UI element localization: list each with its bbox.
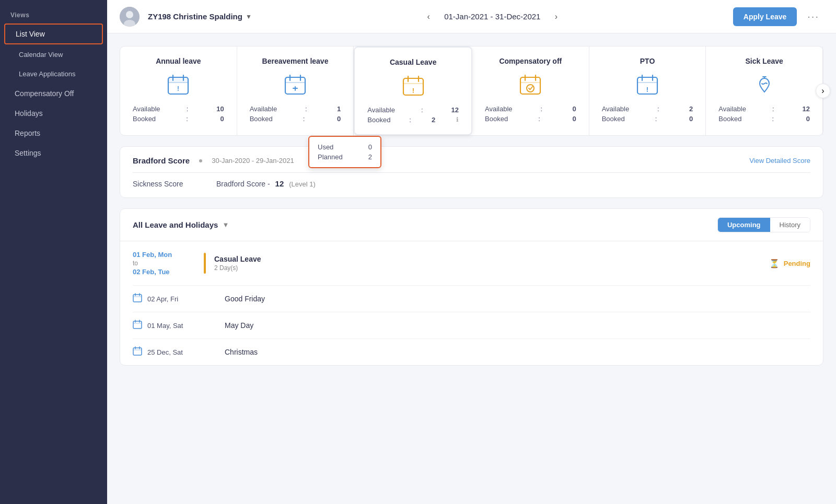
bereavement-leave-icon [282, 72, 309, 99]
leave-entry-bar [204, 253, 206, 274]
leave-card-annual: Annual leave ! Available : [120, 46, 237, 135]
leave-date-to: 02 Feb, Tue [133, 268, 170, 276]
booked-label: Booked [133, 115, 156, 123]
leave-card-pto: PTO ! Available : 2 [589, 46, 706, 135]
sidebar-views-label: Views [0, 0, 107, 23]
leave-entry-date: 01 Feb, Mon to 02 Feb, Tue [133, 251, 195, 276]
tooltip-used-label: Used [318, 143, 333, 151]
status-badge: Pending [784, 260, 810, 267]
sidebar-item-list-view[interactable]: List View [4, 24, 103, 44]
sidebar-item-reports[interactable]: Reports [4, 124, 103, 143]
leave-entry-status: ⏳ Pending [769, 259, 810, 268]
casual-available-value: 12 [451, 106, 459, 114]
tooltip-used-row: Used 0 [318, 142, 372, 152]
svg-point-1 [126, 11, 133, 18]
bradford-level: (Level 1) [289, 180, 316, 188]
holiday-name-christmas: Christmas [225, 348, 810, 356]
annual-available-value: 10 [216, 105, 224, 113]
sidebar-item-calendar-view[interactable]: Calendar View [4, 45, 103, 64]
leave-list-section: All Leave and Holidays ▼ Upcoming Histor… [120, 208, 823, 366]
leave-card-casual: Casual Leave ! Available : 12 [354, 46, 472, 135]
sidebar-item-settings[interactable]: Settings [4, 144, 103, 162]
leave-list-title[interactable]: All Leave and Holidays ▼ [133, 220, 229, 229]
leave-card-bereavement: Bereavement leave Available : [237, 46, 354, 135]
sidebar-item-leave-applications[interactable]: Leave Applications [4, 65, 103, 83]
apply-leave-button[interactable]: Apply Leave [733, 7, 797, 26]
dot-separator [199, 159, 202, 162]
leave-cards-container: Annual leave ! Available : [120, 46, 823, 136]
holiday-name-good-friday: Good Friday [225, 295, 810, 303]
tab-history[interactable]: History [770, 218, 810, 232]
sidebar-item-list-view-label: List View [16, 30, 45, 38]
svg-rect-36 [133, 321, 142, 329]
content-area: Annual leave ! Available : [107, 33, 836, 504]
svg-text:!: ! [646, 86, 648, 93]
leave-list-body: 01 Feb, Mon to 02 Feb, Tue Casual Leave … [120, 241, 823, 365]
more-options-button[interactable]: ··· [803, 8, 823, 25]
view-detailed-score-link[interactable]: View Detailed Score [749, 157, 810, 165]
tab-upcoming[interactable]: Upcoming [718, 218, 770, 232]
annual-leave-title: Annual leave [156, 57, 201, 65]
holiday-date-good-friday: 02 Apr, Fri [147, 295, 178, 303]
leave-entry-casual: 01 Feb, Mon to 02 Feb, Tue Casual Leave … [133, 241, 810, 286]
tooltip-planned-label: Planned [318, 153, 343, 161]
booked-tooltip: Used 0 Planned 2 [308, 136, 381, 168]
svg-rect-4 [168, 77, 188, 83]
main-content: ZY198 Christine Spalding ▼ ‹ 01-Jan-2021… [107, 0, 836, 504]
next-date-button[interactable]: › [549, 9, 563, 24]
pending-icon: ⏳ [769, 259, 780, 268]
sidebar-item-holidays[interactable]: Holidays [4, 104, 103, 123]
svg-text:!: ! [177, 85, 179, 92]
bradford-header: Bradford Score 30-Jan-2020 - 29-Jan-2021… [133, 156, 810, 165]
bereavement-available-value: 1 [337, 105, 341, 113]
sidebar-item-calendar-view-label: Calendar View [19, 51, 63, 58]
compensatory-off-icon [517, 72, 544, 99]
casual-booked-value: 2 [432, 116, 435, 124]
chevron-down-icon: ▼ [222, 221, 229, 229]
topbar-username: ZY198 Christine Spalding [148, 12, 242, 21]
sick-leave-icon [751, 72, 778, 99]
pto-icon: ! [634, 72, 661, 99]
sidebar-item-compensatory-off[interactable]: Compensatory Off [4, 84, 103, 103]
prev-date-button[interactable]: ‹ [421, 9, 436, 24]
svg-text:!: ! [412, 87, 414, 95]
holiday-entry-good-friday: 02 Apr, Fri Good Friday [133, 286, 810, 312]
bradford-section: Bradford Score 30-Jan-2020 - 29-Jan-2021… [120, 146, 823, 198]
leave-list-header: All Leave and Holidays ▼ Upcoming Histor… [120, 209, 823, 241]
svg-point-24 [527, 85, 534, 92]
bereavement-leave-title: Bereavement leave [262, 57, 329, 65]
topbar: ZY198 Christine Spalding ▼ ‹ 01-Jan-2021… [107, 0, 836, 33]
holiday-entry-christmas: 25 Dec, Sat Christmas [133, 339, 810, 365]
available-label: Available [133, 105, 160, 113]
leave-card-sick: Sick Leave Available : 12 [706, 46, 823, 135]
topbar-user[interactable]: ZY198 Christine Spalding ▼ [148, 12, 252, 21]
leave-entry-info: Casual Leave 2 Day(s) [214, 255, 761, 272]
bradford-body: Sickness Score Bradford Score - 12 (Leve… [133, 172, 810, 188]
avatar [120, 7, 140, 27]
info-icon[interactable]: ℹ [456, 116, 459, 124]
annual-leave-stats: Available : 10 Booked : 0 [129, 105, 228, 123]
bereavement-leave-stats: Available : 1 Booked : 0 [246, 105, 345, 123]
leave-date-from: 01 Feb, Mon [133, 251, 172, 259]
annual-leave-icon: ! [165, 72, 192, 99]
leave-date-to-label: to [133, 260, 195, 267]
sick-leave-stats: Available : 12 Booked : 0 [714, 105, 814, 123]
casual-leave-stats: Available : 12 Booked : 2 ℹ [363, 106, 463, 124]
holiday-date-cell: 01 May, Sat [133, 320, 216, 331]
bradford-score-prefix: Bradford Score - 12 (Level 1) [216, 179, 316, 188]
scroll-right-button[interactable]: › [816, 84, 830, 98]
calendar-icon [133, 293, 142, 304]
calendar-icon [133, 320, 142, 331]
tooltip-planned-row: Planned 2 [318, 152, 372, 162]
compensatory-off-title: Compensatory off [499, 57, 562, 65]
svg-rect-9 [285, 77, 305, 94]
sidebar: Views List View Calendar View Leave Appl… [0, 0, 107, 504]
leave-card-compensatory: Compensatory off Available : [472, 46, 589, 135]
tooltip-planned-value: 2 [368, 153, 372, 161]
compensatory-stats: Available : 0 Booked : 0 [481, 105, 580, 123]
sidebar-item-leave-applications-label: Leave Applications [19, 70, 75, 78]
casual-leave-icon: ! [400, 73, 427, 100]
sick-leave-title: Sick Leave [746, 57, 783, 65]
annual-booked-value: 0 [220, 115, 224, 123]
chevron-down-icon: ▼ [246, 13, 252, 20]
